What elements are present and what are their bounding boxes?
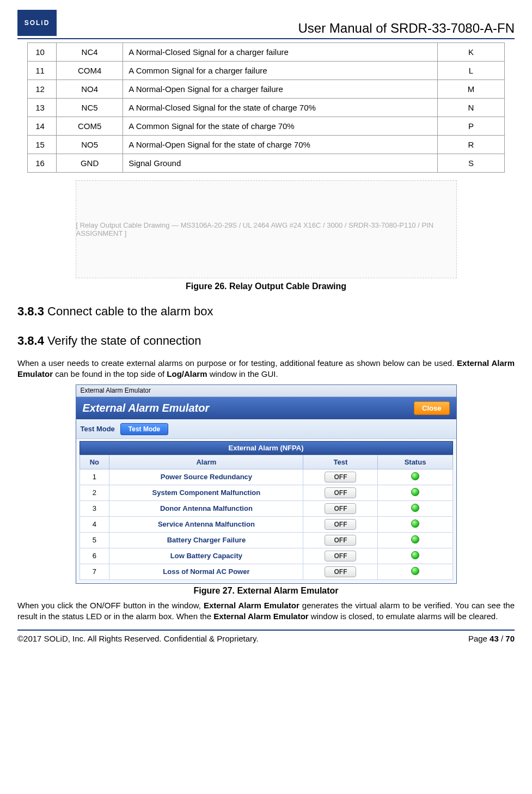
alarm-no: 6 — [80, 548, 109, 564]
alarm-status-cell — [378, 548, 452, 564]
alarm-name: Loss of Normal AC Power — [109, 564, 303, 579]
logo: SOLiD — [17, 10, 57, 36]
table-cell: COM4 — [56, 62, 123, 80]
table-cell: Signal Ground — [123, 154, 438, 173]
table-cell: M — [438, 80, 505, 99]
alarm-no: 3 — [80, 500, 109, 516]
alarm-no: 2 — [80, 485, 109, 500]
alarm-row: 4Service Antenna MalfunctionOFF — [80, 516, 452, 532]
table-row: 16GNDSignal GroundS — [28, 154, 504, 173]
table-cell: 14 — [28, 117, 57, 136]
close-button[interactable]: Close — [414, 401, 449, 415]
table-cell: P — [438, 117, 505, 136]
section-3-8-3-heading: 3.8.3 Connect cable to the alarm box — [17, 304, 515, 319]
status-led-icon — [411, 488, 419, 496]
alarm-toggle-button[interactable]: OFF — [325, 487, 356, 498]
alarm-toggle-button[interactable]: OFF — [325, 566, 356, 577]
alarm-row: 1Power Source RedundancyOFF — [80, 469, 452, 485]
table-row: 14COM5A Common Signal for the state of c… — [28, 117, 504, 136]
alarm-test-cell: OFF — [303, 548, 378, 564]
table-cell: 12 — [28, 80, 57, 99]
alarm-status-cell — [378, 469, 452, 485]
table-cell: 15 — [28, 136, 57, 154]
alarm-toggle-button[interactable]: OFF — [325, 551, 356, 561]
alarm-name: Low Battery Capacity — [109, 548, 303, 564]
alarm-row: 7Loss of Normal AC PowerOFF — [80, 564, 452, 579]
col-status: Status — [378, 455, 452, 469]
alarm-no: 5 — [80, 532, 109, 548]
table-cell: A Normal-Open Signal for a charger failu… — [123, 80, 438, 99]
table-cell: NC5 — [56, 99, 123, 117]
table-cell: L — [438, 62, 505, 80]
status-led-icon — [411, 504, 419, 512]
section-3-8-4-heading: 3.8.4 Verify the state of connection — [17, 334, 515, 348]
table-cell: S — [438, 154, 505, 173]
alarm-test-cell: OFF — [303, 485, 378, 500]
table-row: 13NC5A Normal-Closed Signal for the stat… — [28, 99, 504, 117]
table-cell: GND — [56, 154, 123, 173]
table-cell: 11 — [28, 62, 57, 80]
alarm-toggle-button[interactable]: OFF — [325, 472, 356, 482]
status-led-icon — [411, 472, 419, 480]
alarm-name: Donor Antenna Malfunction — [109, 500, 303, 516]
table-cell: N — [438, 99, 505, 117]
status-led-icon — [411, 567, 419, 575]
table-cell: 13 — [28, 99, 57, 117]
alarm-no: 4 — [80, 516, 109, 532]
alarm-status-cell — [378, 532, 452, 548]
status-led-icon — [411, 535, 419, 543]
alarm-test-cell: OFF — [303, 516, 378, 532]
table-cell: NO4 — [56, 80, 123, 99]
section-3-8-4-para-1: When a user needs to create external ala… — [17, 358, 515, 380]
col-no: No — [80, 455, 109, 469]
alarm-test-cell: OFF — [303, 532, 378, 548]
external-alarm-section-title: External Alarm (NFPA) — [80, 441, 453, 455]
table-cell: A Normal-Closed Signal for a charger fai… — [123, 43, 438, 62]
test-mode-button[interactable]: Test Mode — [120, 423, 168, 435]
table-row: 10NC4A Normal-Closed Signal for a charge… — [28, 43, 504, 62]
table-cell: A Common Signal for the state of charge … — [123, 117, 438, 136]
alarm-test-cell: OFF — [303, 500, 378, 516]
alarm-status-cell — [378, 564, 452, 579]
alarm-status-cell — [378, 485, 452, 500]
status-led-icon — [411, 551, 419, 559]
alarm-toggle-button[interactable]: OFF — [325, 519, 356, 530]
col-test: Test — [303, 455, 378, 469]
external-alarm-emulator-window: External Alarm Emulator External Alarm E… — [76, 384, 457, 584]
section-3-8-4-para-2: When you click the ON/OFF button in the … — [17, 600, 515, 622]
footer-copyright: ©2017 SOLiD, Inc. All Rights Reserved. C… — [17, 634, 259, 643]
table-cell: 10 — [28, 43, 57, 62]
alarm-row: 3Donor Antenna MalfunctionOFF — [80, 500, 452, 516]
table-cell: NO5 — [56, 136, 123, 154]
alarm-toggle-button[interactable]: OFF — [325, 535, 356, 546]
alarm-table: No Alarm Test Status 1Power Source Redun… — [80, 455, 453, 580]
window-titlebar: External Alarm Emulator — [76, 385, 456, 397]
table-cell: R — [438, 136, 505, 154]
table-cell: NC4 — [56, 43, 123, 62]
pin-assignment-table: 10NC4A Normal-Closed Signal for a charge… — [27, 42, 504, 173]
table-row: 11COM4A Common Signal for a charger fail… — [28, 62, 504, 80]
figure-26-image: [ Relay Output Cable Drawing — MS3106A-2… — [76, 180, 457, 278]
figure-27-caption: Figure 27. External Alarm Emulator — [17, 586, 515, 596]
table-cell: A Normal-Closed Signal for the state of … — [123, 99, 438, 117]
test-mode-label: Test Mode — [81, 425, 115, 433]
footer-page: Page 43 / 70 — [468, 634, 515, 643]
alarm-toggle-button[interactable]: OFF — [325, 503, 356, 514]
alarm-test-cell: OFF — [303, 469, 378, 485]
alarm-name: Power Source Redundancy — [109, 469, 303, 485]
table-row: 12NO4A Normal-Open Signal for a charger … — [28, 80, 504, 99]
table-row: 15NO5A Normal-Open Signal for the state … — [28, 136, 504, 154]
doc-title: User Manual of SRDR-33-7080-A-FN — [298, 21, 515, 36]
table-cell: A Normal-Open Signal for the state of ch… — [123, 136, 438, 154]
window-title-text: External Alarm Emulator — [81, 387, 151, 394]
alarm-row: 2System Component MalfunctionOFF — [80, 485, 452, 500]
alarm-row: 6Low Battery CapacityOFF — [80, 548, 452, 564]
alarm-no: 1 — [80, 469, 109, 485]
alarm-no: 7 — [80, 564, 109, 579]
table-cell: A Common Signal for a charger failure — [123, 62, 438, 80]
alarm-name: System Component Malfunction — [109, 485, 303, 500]
alarm-status-cell — [378, 516, 452, 532]
alarm-status-cell — [378, 500, 452, 516]
col-alarm: Alarm — [109, 455, 303, 469]
emulator-header-title: External Alarm Emulator — [83, 402, 210, 414]
